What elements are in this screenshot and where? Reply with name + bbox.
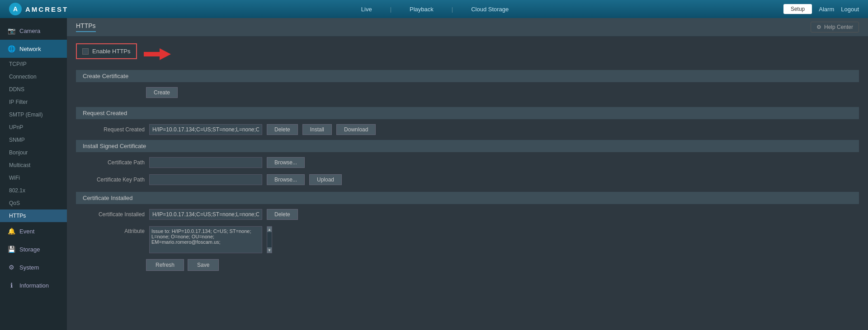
delete-installed-button[interactable]: Delete (267, 209, 298, 220)
sidebar-section: 📷 Camera 🌐 Network TCP/IP Connection DDN… (0, 18, 67, 298)
sidebar-item-event[interactable]: 🔔 Event (0, 222, 67, 240)
content-area: HTTPs ⚙ Help Center Enable HTTPs (67, 18, 868, 330)
sidebar-item-network[interactable]: 🌐 Network (0, 40, 67, 58)
sidebar: 📷 Camera 🌐 Network TCP/IP Connection DDN… (0, 18, 67, 330)
storage-icon: 💾 (7, 245, 16, 254)
setup-button[interactable]: Setup (783, 4, 812, 14)
certificate-path-row: Certificate Path Browse... (76, 155, 859, 170)
create-button[interactable]: Create (146, 87, 178, 98)
sidebar-item-system[interactable]: ⚙ System (0, 258, 67, 276)
sidebar-sub-wifi[interactable]: WiFi (0, 172, 67, 184)
request-created-input[interactable] (149, 124, 262, 135)
attribute-scrollbar[interactable]: ▲ ▼ (267, 226, 272, 253)
nav-right: Setup Alarm Logout (783, 4, 859, 14)
section-certificate-installed: Certificate Installed (76, 192, 859, 204)
red-arrow-indicator (144, 47, 171, 61)
nav-live[interactable]: Live (357, 6, 377, 13)
cert-path-input[interactable] (149, 157, 262, 168)
sidebar-sub-bonjour[interactable]: Bonjour (0, 146, 67, 159)
refresh-button[interactable]: Refresh (146, 259, 184, 271)
sidebar-item-information[interactable]: ℹ Information (0, 276, 67, 294)
svg-marker-0 (144, 48, 171, 60)
sidebar-sub-https[interactable]: HTTPs (0, 209, 67, 222)
save-button[interactable]: Save (188, 259, 219, 271)
cert-key-path-input[interactable] (149, 174, 262, 185)
enable-https-label: Enable HTTPs (92, 48, 131, 55)
certificate-key-path-row: Certificate Key Path Browse... Upload (76, 172, 859, 187)
help-center-button[interactable]: ⚙ Help Center (811, 22, 859, 33)
page-header: HTTPs ⚙ Help Center (67, 18, 868, 37)
attribute-label: Attribute (81, 226, 145, 234)
cert-key-path-label: Certificate Key Path (81, 177, 145, 183)
sidebar-sub-smtp[interactable]: SMTP (Email) (0, 108, 67, 121)
top-navigation: A AMCREST Live | Playback | Cloud Storag… (0, 0, 868, 18)
section-request-created: Request Created (76, 107, 859, 119)
upload-button[interactable]: Upload (309, 174, 342, 185)
help-icon: ⚙ (816, 24, 821, 30)
browse-cert-path-button[interactable]: Browse... (267, 157, 305, 168)
logout-button[interactable]: Logout (841, 6, 859, 13)
page-title: HTTPs (76, 22, 96, 32)
request-created-label: Request Created (81, 126, 145, 133)
information-icon: ℹ (7, 281, 16, 290)
cert-installed-label: Certificate Installed (81, 211, 145, 218)
section-create-certificate: Create Certificate (76, 70, 859, 82)
main-layout: 📷 Camera 🌐 Network TCP/IP Connection DDN… (0, 18, 868, 330)
install-button[interactable]: Install (302, 124, 332, 135)
sidebar-item-storage[interactable]: 💾 Storage (0, 240, 67, 258)
nav-cloud[interactable]: Cloud Storage (467, 6, 513, 13)
sidebar-sub-multicast[interactable]: Multicast (0, 159, 67, 172)
attribute-row: Attribute ▲ ▼ (76, 224, 859, 256)
sidebar-sub-ddns[interactable]: DDNS (0, 83, 67, 96)
sidebar-item-camera[interactable]: 📷 Camera (0, 22, 67, 40)
scrollbar-track (267, 232, 272, 247)
delete-request-button[interactable]: Delete (267, 124, 298, 135)
logo-area: A AMCREST (9, 3, 68, 15)
logo-text: AMCREST (25, 5, 68, 13)
alarm-button[interactable]: Alarm (819, 6, 834, 13)
nav-sep-1: | (390, 6, 392, 13)
scrollbar-down[interactable]: ▼ (267, 247, 272, 253)
download-button[interactable]: Download (336, 124, 376, 135)
event-icon: 🔔 (7, 227, 16, 236)
https-content: Enable HTTPs Create Certificate Create R… (67, 37, 868, 281)
sidebar-sub-qos[interactable]: QoS (0, 197, 67, 209)
sidebar-sub-upnp[interactable]: UPnP (0, 121, 67, 134)
create-section-content: Create (76, 82, 859, 107)
bottom-buttons: Refresh Save (76, 256, 859, 274)
sidebar-sub-8021x[interactable]: 802.1x (0, 184, 67, 197)
section-install-signed: Install Signed Certificate (76, 140, 859, 152)
camera-icon: 📷 (7, 26, 16, 35)
sidebar-sub-snmp[interactable]: SNMP (0, 134, 67, 146)
sidebar-sub-connection[interactable]: Connection (0, 70, 67, 83)
logo-icon: A (9, 3, 22, 15)
system-icon: ⚙ (7, 263, 16, 272)
enable-https-row: Enable HTTPs (76, 43, 137, 59)
network-icon: 🌐 (7, 44, 16, 53)
sidebar-sub-tcpip[interactable]: TCP/IP (0, 58, 67, 70)
sidebar-sub-ipfilter[interactable]: IP Filter (0, 96, 67, 108)
cert-installed-input[interactable] (149, 209, 262, 220)
scrollbar-up[interactable]: ▲ (267, 227, 272, 232)
cert-path-label: Certificate Path (81, 159, 145, 166)
nav-links: Live | Playback | Cloud Storage (86, 6, 783, 13)
browse-key-path-button[interactable]: Browse... (267, 174, 305, 185)
request-created-row: Request Created Delete Install Download (76, 122, 859, 137)
attribute-textarea[interactable] (149, 226, 262, 253)
nav-sep-2: | (452, 6, 453, 13)
certificate-installed-row: Certificate Installed Delete (76, 207, 859, 222)
enable-https-checkbox[interactable] (82, 48, 89, 55)
nav-playback[interactable]: Playback (405, 6, 438, 13)
